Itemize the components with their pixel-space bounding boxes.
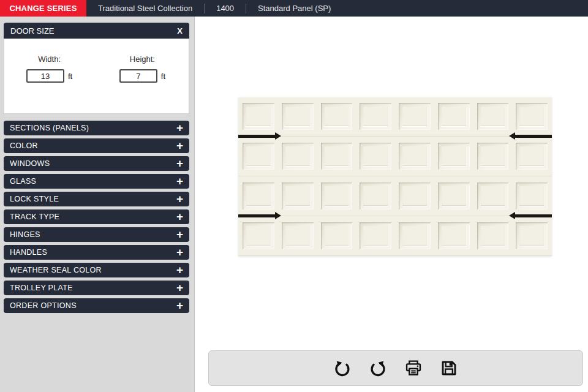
plus-icon: + <box>176 300 183 311</box>
plus-icon: + <box>176 140 183 151</box>
door-panel <box>399 143 431 170</box>
door-panel <box>438 103 470 130</box>
door-panel <box>399 222 431 249</box>
door-panel <box>243 103 274 130</box>
accordion-list: SECTIONS (PANELS)+COLOR+WINDOWS+GLASS+LO… <box>4 121 189 316</box>
undo-icon <box>333 359 352 377</box>
door-panel <box>282 183 314 209</box>
door-panel <box>360 222 391 249</box>
topbar: CHANGE SERIES Traditional Steel Collecti… <box>0 0 588 17</box>
door-panel <box>282 103 314 130</box>
door-size-panel: DOOR SIZE X Width: ft Height: ft <box>4 23 189 114</box>
nav-item: Traditional Steel Collection <box>86 4 204 13</box>
door-panel <box>243 222 274 249</box>
accordion-section-order-options[interactable]: ORDER OPTIONS+ <box>4 298 189 313</box>
accordion-section-lock-style[interactable]: LOCK STYLE+ <box>4 192 189 206</box>
door-panel <box>360 183 391 209</box>
door-size-header: DOOR SIZE X <box>4 23 189 39</box>
door-panel <box>516 143 548 170</box>
accordion-section-weather-seal-color[interactable]: WEATHER SEAL COLOR+ <box>4 263 189 277</box>
door-preview <box>238 97 552 256</box>
door-panel <box>321 103 353 130</box>
strap-hinge-right <box>515 214 552 217</box>
accordion-label: ORDER OPTIONS <box>10 301 77 310</box>
strap-hinge-left <box>238 135 275 138</box>
nav-item: Standard Panel (SP) <box>246 4 342 13</box>
strap-hinge-right <box>515 135 552 138</box>
door-panel <box>321 222 353 249</box>
accordion-label: TROLLEY PLATE <box>10 284 73 292</box>
save-icon <box>439 358 459 378</box>
plus-icon: + <box>176 175 183 187</box>
preview-toolbar <box>208 350 583 386</box>
width-unit: ft <box>68 72 72 81</box>
plus-icon: + <box>176 246 183 258</box>
door-section <box>238 137 552 176</box>
plus-icon: + <box>176 228 183 240</box>
door-panel <box>321 143 353 170</box>
height-field: Height: ft <box>119 55 165 113</box>
door-panel <box>477 222 509 249</box>
height-input[interactable] <box>119 69 157 83</box>
undo-button[interactable] <box>332 358 353 379</box>
accordion-section-color[interactable]: COLOR+ <box>4 138 189 153</box>
accordion-label: COLOR <box>10 141 38 150</box>
door-panel <box>399 103 431 130</box>
door-size-body: Width: ft Height: ft <box>4 39 189 114</box>
save-button[interactable] <box>439 358 459 379</box>
plus-icon: + <box>176 122 183 134</box>
door-panel <box>360 103 391 130</box>
accordion-section-handles[interactable]: HANDLES+ <box>4 245 189 260</box>
width-label: Width: <box>38 55 61 64</box>
strap-hinge-left <box>238 214 275 217</box>
door-panel <box>438 222 470 249</box>
change-series-button[interactable]: CHANGE SERIES <box>0 0 86 17</box>
height-unit: ft <box>161 72 165 81</box>
accordion-section-glass[interactable]: GLASS+ <box>4 174 189 189</box>
door-size-title: DOOR SIZE <box>10 26 55 36</box>
door-panel <box>516 103 548 130</box>
door-section <box>238 176 552 216</box>
door-panel <box>516 222 548 249</box>
door-panel <box>438 143 470 170</box>
accordion-label: HANDLES <box>10 248 47 257</box>
accordion-section-windows[interactable]: WINDOWS+ <box>4 156 189 171</box>
redo-icon <box>369 359 387 377</box>
accordion-label: WEATHER SEAL COLOR <box>10 266 102 274</box>
plus-icon: + <box>176 211 183 222</box>
plus-icon: + <box>176 193 183 205</box>
topbar-items: Traditional Steel Collection1400Standard… <box>86 0 342 17</box>
accordion-label: WINDOWS <box>10 159 50 168</box>
door-panel <box>399 183 431 209</box>
close-icon[interactable]: X <box>177 27 183 35</box>
door-panel <box>516 183 548 209</box>
accordion-section-hinges[interactable]: HINGES+ <box>4 227 189 242</box>
door-section <box>238 97 552 137</box>
nav-item: 1400 <box>205 4 246 13</box>
door-panel <box>243 143 274 170</box>
accordion-section-track-type[interactable]: TRACK TYPE+ <box>4 209 189 224</box>
accordion-label: HINGES <box>10 230 40 239</box>
redo-button[interactable] <box>368 358 388 379</box>
door-panel <box>282 143 314 170</box>
printer-icon <box>404 358 423 378</box>
print-button[interactable] <box>403 358 424 379</box>
accordion-section-trolley-plate[interactable]: TROLLEY PLATE+ <box>4 281 189 295</box>
door-panel <box>282 222 314 249</box>
width-field: Width: ft <box>26 55 72 113</box>
width-input[interactable] <box>26 69 64 83</box>
door-panel <box>477 103 509 130</box>
accordion-section-sections-panels[interactable]: SECTIONS (PANELS)+ <box>4 121 189 135</box>
door-panel <box>243 183 274 209</box>
plus-icon: + <box>176 157 183 169</box>
door-panel <box>360 143 391 170</box>
accordion-label: TRACK TYPE <box>10 213 59 221</box>
sidebar: DOOR SIZE X Width: ft Height: ft SECTION… <box>0 17 195 392</box>
height-label: Height: <box>130 55 155 64</box>
door-section <box>238 216 552 256</box>
door-panel <box>477 143 509 170</box>
door-panel <box>438 183 470 209</box>
door-panel <box>321 183 353 209</box>
accordion-label: LOCK STYLE <box>10 195 59 203</box>
accordion-label: GLASS <box>10 177 36 186</box>
